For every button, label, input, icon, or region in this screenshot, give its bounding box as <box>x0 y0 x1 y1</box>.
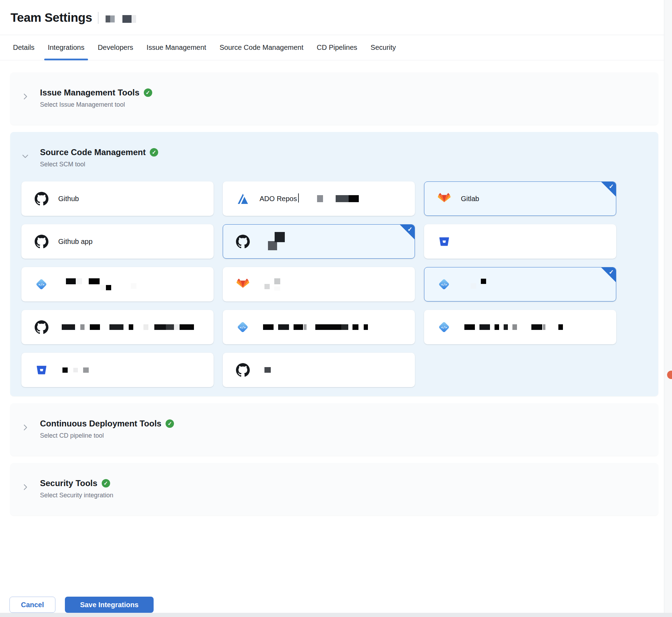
section-subtitle: Select Security integration <box>40 492 113 499</box>
redacted-text <box>73 368 78 372</box>
tab-source-code-management[interactable]: Source Code Management <box>220 35 303 60</box>
chevron-right-icon[interactable] <box>21 92 29 108</box>
scm-card-code-10[interactable]: </> <box>223 310 415 344</box>
bitbucket-icon <box>36 364 47 376</box>
redacted-text <box>129 324 133 330</box>
main-content: Issue Management Tools ✓ Select Issue Ma… <box>10 72 658 516</box>
scm-card-github[interactable]: Github <box>21 181 214 216</box>
redacted-text <box>364 324 368 330</box>
chevron-right-icon[interactable] <box>21 423 29 439</box>
redacted-text <box>336 195 349 202</box>
redacted-text <box>174 324 180 330</box>
scm-card-code-8[interactable]: </>✓ <box>424 267 616 301</box>
check-circle-icon: ✓ <box>150 148 158 157</box>
redacted-text <box>89 278 100 284</box>
chevron-down-icon[interactable] <box>21 152 29 168</box>
tab-integrations[interactable]: Integrations <box>48 35 85 60</box>
code-icon: </> <box>236 320 249 334</box>
scm-card-code-6[interactable]: </> <box>21 267 214 301</box>
redacted-text <box>352 324 358 330</box>
redacted-text <box>341 324 348 330</box>
github-icon <box>236 363 250 377</box>
redacted-text <box>531 324 542 330</box>
scm-card-bitbucket-12[interactable] <box>21 353 214 387</box>
scm-card-github-13[interactable] <box>223 353 415 387</box>
redacted-text <box>100 285 106 290</box>
scm-card-github-4[interactable]: ✓ <box>223 224 415 259</box>
redacted-text <box>315 324 341 330</box>
redacted-text <box>90 324 100 330</box>
tab-details[interactable]: Details <box>13 35 34 60</box>
issue-management-section-header[interactable]: Issue Management Tools ✓ Select Issue Ma… <box>10 87 658 108</box>
scm-card-label: Gitlab <box>461 195 479 203</box>
corner-check-icon: ✓ <box>408 226 412 233</box>
bitbucket-icon <box>438 236 450 247</box>
redacted-text <box>274 278 280 284</box>
corner-check-icon: ✓ <box>609 268 614 276</box>
title-divider <box>98 12 99 24</box>
redacted-text <box>180 324 194 330</box>
redacted-text <box>154 324 166 330</box>
redacted-text <box>558 324 563 330</box>
section-issue-management-tools: Issue Management Tools ✓ Select Issue Ma… <box>10 72 658 125</box>
svg-text:</>: </> <box>240 325 246 329</box>
tab-cd-pipelines[interactable]: CD Pipelines <box>317 35 357 60</box>
redacted-text <box>143 324 148 330</box>
check-circle-icon: ✓ <box>166 419 174 428</box>
svg-text:</>: </> <box>441 283 447 286</box>
scm-tool-grid: GithubADO ReposGitlab✓Github app✓</></>✓… <box>21 181 647 387</box>
redacted-text <box>304 324 307 330</box>
redacted-text <box>294 324 303 330</box>
section-subtitle: Select Issue Management tool <box>40 101 152 108</box>
scm-card-github-app[interactable]: Github app <box>21 224 214 259</box>
section-subtitle: Select SCM tool <box>40 161 158 168</box>
scm-card-github-9[interactable] <box>21 310 214 344</box>
scm-card-bitbucket-5[interactable] <box>424 224 616 259</box>
redacted-text <box>131 283 136 289</box>
redacted-text <box>263 324 274 330</box>
tab-bar: DetailsIntegrationsDevelopersIssue Manag… <box>0 35 672 60</box>
scm-card-code-11[interactable]: </> <box>424 310 616 344</box>
redacted-text <box>274 286 280 291</box>
scm-card-gitlab-7[interactable] <box>223 267 415 301</box>
scm-card-ado-repos[interactable]: ADO Repos <box>223 181 415 216</box>
tab-issue-management[interactable]: Issue Management <box>147 35 206 60</box>
section-security-tools: Security Tools ✓ Select Security integra… <box>10 463 658 516</box>
section-title: Security Tools <box>40 478 98 489</box>
section-title: Source Code Management <box>40 147 146 158</box>
chevron-right-icon[interactable] <box>21 483 29 499</box>
check-circle-icon: ✓ <box>144 88 152 97</box>
redacted-text <box>471 283 476 289</box>
code-icon: </> <box>437 278 451 291</box>
bottom-edge-strip <box>0 613 672 617</box>
redacted-text <box>275 232 285 242</box>
scm-card-label: Github app <box>58 238 93 246</box>
redacted-text <box>62 324 75 330</box>
redacted-text <box>83 367 89 373</box>
redacted-text <box>298 193 299 203</box>
section-source-code-management: Source Code Management ✓ Select SCM tool… <box>10 132 658 396</box>
redacted-text <box>264 284 270 289</box>
tab-security[interactable]: Security <box>371 35 396 60</box>
redacted-text <box>268 241 277 250</box>
redacted-text <box>122 15 132 23</box>
right-edge-strip <box>664 0 672 617</box>
security-section-header[interactable]: Security Tools ✓ Select Security integra… <box>10 478 658 499</box>
save-integrations-button[interactable]: Save Integrations <box>65 597 154 613</box>
github-icon <box>34 192 49 206</box>
scm-section-header[interactable]: Source Code Management ✓ Select SCM tool <box>10 147 658 168</box>
cd-section-header[interactable]: Continuous Deployment Tools ✓ Select CD … <box>10 418 658 439</box>
section-continuous-deployment-tools: Continuous Deployment Tools ✓ Select CD … <box>10 403 658 456</box>
cancel-button[interactable]: Cancel <box>9 597 55 613</box>
page-header: Team Settings <box>0 0 672 35</box>
redacted-text <box>106 15 110 22</box>
scm-card-gitlab[interactable]: Gitlab✓ <box>424 181 616 216</box>
gitlab-icon <box>236 278 249 291</box>
redacted-text <box>317 195 323 202</box>
redacted-text <box>66 278 76 284</box>
redacted-text <box>166 324 174 330</box>
svg-text:</>: </> <box>441 325 447 329</box>
redacted-text <box>543 324 545 330</box>
redacted-text <box>80 324 85 330</box>
tab-developers[interactable]: Developers <box>98 35 133 60</box>
